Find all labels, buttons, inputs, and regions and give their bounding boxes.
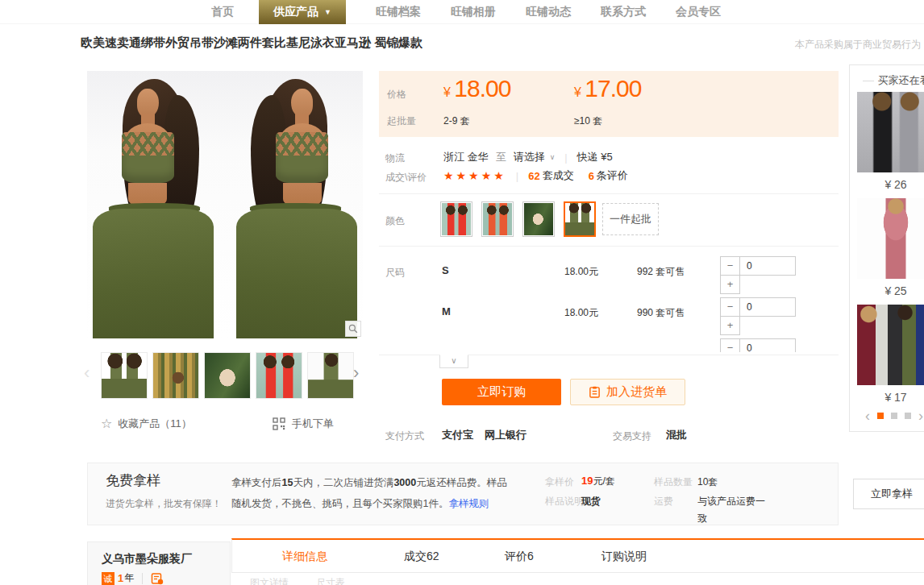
tab-detail-info[interactable]: 详细信息	[282, 550, 327, 564]
related-product-2-image[interactable]	[857, 198, 924, 279]
sidebar-title-text: 买家还在看	[878, 74, 924, 86]
detail-partial-text: 图文详情	[250, 576, 289, 585]
logistics-to: 至	[496, 150, 506, 164]
moq-tier2: ≥10 套	[574, 114, 602, 128]
qty-minus-button[interactable]: −	[720, 338, 740, 352]
pager-dot-active[interactable]	[877, 413, 884, 419]
divider: |	[564, 151, 567, 164]
review-count[interactable]: 6	[589, 170, 594, 182]
company-name[interactable]: 义乌市墨朵服装厂	[102, 552, 192, 566]
expand-sizes-button[interactable]: ∨	[439, 355, 468, 368]
sold-count[interactable]: 62	[528, 170, 539, 182]
add-to-cart-button[interactable]: 加入进货单	[570, 379, 685, 405]
qty-minus-button[interactable]: −	[720, 297, 740, 317]
swatch-image	[524, 203, 553, 235]
favorite-label[interactable]: 收藏产品（11）	[118, 417, 192, 431]
qty-input[interactable]: 0	[739, 297, 796, 317]
qty-input[interactable]: 0	[739, 338, 796, 352]
chevron-down-icon: ∨	[550, 153, 556, 161]
detail-tabs: 详细信息 成交62 评价6 订购说明	[231, 538, 924, 573]
qr-code-icon	[273, 417, 285, 430]
color-swatch-2[interactable]	[481, 201, 514, 237]
thumbnail-3[interactable]	[204, 352, 251, 399]
payment-alipay: 支付宝	[442, 428, 473, 442]
page-title: 欧美速卖通绑带外贸吊带沙滩两件套比基尼泳衣亚马逊 蜀锦爆款	[81, 35, 422, 51]
pager-prev-icon[interactable]: ‹	[865, 410, 870, 421]
sample-rules-link[interactable]: 拿样规则	[448, 498, 489, 509]
price-box: 价格 ¥ 18.00 ¥ 17.00 起批量 2-9 套 ≥10 套	[379, 71, 839, 137]
free-sample-panel: 免费拿样 进货先拿样，批发有保障！ 拿样支付后15天内，二次店铺进货满3000元…	[87, 463, 839, 525]
nav-item-member[interactable]: 会员专区	[676, 5, 721, 19]
qty-plus-button[interactable]: +	[720, 275, 740, 294]
pager-dot[interactable]	[891, 413, 897, 419]
size-row-m: M 18.00元 990 套可售 − 0 +	[442, 296, 839, 337]
thumbnail-1[interactable]	[101, 352, 148, 399]
logistics-value: 浙江 金华 至 请选择 ∨ | 快递 ¥5	[443, 150, 613, 164]
tab-reviews[interactable]: 评价6	[505, 550, 534, 564]
sample-title: 免费拿样	[106, 471, 160, 490]
thumbnail-2[interactable]	[152, 352, 199, 399]
certificate-icon	[151, 572, 164, 585]
tab-order-notes[interactable]: 订购说明	[601, 550, 647, 564]
get-sample-button[interactable]: 立即拿样	[853, 479, 924, 509]
nav-item-news[interactable]: 旺铺动态	[526, 5, 571, 19]
color-swatch-4-selected[interactable]	[564, 201, 596, 237]
price-tier1-value: 18.00	[454, 75, 510, 102]
integrity-badge: 诚	[102, 572, 114, 585]
favorite-star-icon[interactable]: ☆	[101, 416, 112, 431]
size-row-s: S 18.00元 992 套可售 − 0 +	[442, 255, 839, 296]
nav-item-album[interactable]: 旺铺相册	[451, 5, 496, 19]
also-viewed-sidebar: 买家还在看 ¥ 26 ¥ 25 ¥ 17 ‹ ›	[849, 64, 924, 432]
review-suffix: 条评价	[597, 168, 628, 183]
order-now-button[interactable]: 立即订购	[442, 379, 561, 405]
color-swatch-1[interactable]	[440, 201, 472, 237]
color-label: 颜色	[385, 214, 405, 228]
product-photo[interactable]	[87, 71, 363, 338]
nav-item-contact[interactable]: 联系方式	[601, 5, 646, 19]
qty-stepper: − 0 +	[720, 256, 796, 295]
divider: |	[516, 170, 518, 182]
destination-select[interactable]: 请选择	[514, 150, 545, 164]
currency-symbol: ¥	[443, 85, 451, 99]
swatch-image	[565, 203, 594, 235]
tab-deals[interactable]: 成交62	[404, 550, 439, 564]
payment-netbank: 网上银行	[485, 428, 527, 442]
thumbs-next-icon[interactable]: ›	[353, 364, 359, 382]
magnifier-icon[interactable]	[345, 321, 361, 337]
min-batch-badge: 一件起批	[602, 203, 659, 235]
divider	[379, 246, 839, 247]
qty-minus-button[interactable]: −	[720, 256, 740, 276]
moq-tier1: 2-9 套	[443, 114, 470, 128]
sample-description: 拿样支付后15天内，二次店铺进货满3000元返还样品费。样品 随机发货，不挑色、…	[231, 472, 547, 514]
thumbnail-4[interactable]	[256, 352, 302, 399]
sample-desc-text: 天内，二次店铺进货满	[293, 477, 393, 488]
nav-item-archive[interactable]: 旺铺档案	[376, 5, 421, 19]
size-price: 18.00元	[564, 306, 598, 320]
logistics-label: 物流	[385, 151, 405, 165]
pager-dot[interactable]	[905, 413, 911, 419]
qty-input[interactable]: 0	[739, 256, 796, 276]
detail-partial-text: 尺寸表	[316, 576, 345, 585]
thumbs-prev-icon[interactable]: ‹	[84, 364, 89, 382]
thumbnail-5[interactable]	[307, 352, 354, 399]
price-tier2: ¥ 17.00	[574, 75, 641, 102]
related-product-1-image[interactable]	[857, 92, 924, 172]
related-product-3-image[interactable]	[857, 305, 924, 385]
sample-price-label: 拿样价	[545, 475, 574, 489]
member-years-number: 1	[118, 572, 123, 584]
color-swatch-3[interactable]	[522, 201, 555, 237]
divider	[142, 573, 143, 584]
mobile-order[interactable]: 手机下单	[273, 417, 334, 431]
nav-item-products[interactable]: 供应产品 ▼	[259, 0, 346, 24]
pager-next-icon[interactable]: ›	[918, 410, 923, 421]
payment-label: 支付方式	[385, 429, 424, 443]
nav-item-home[interactable]: 首页	[211, 5, 234, 19]
sample-note-value: 现货	[581, 495, 601, 508]
price-tier1: ¥ 18.00	[443, 75, 510, 102]
related-product-2-price: ¥ 25	[857, 284, 924, 297]
member-years-suffix: 年	[124, 571, 134, 585]
gallery-actions: ☆ 收藏产品（11） 手机下单	[101, 416, 334, 431]
company-card: 义乌市墨朵服装厂 诚 1 年	[87, 541, 231, 585]
size-stock: 990 套可售	[637, 306, 685, 320]
qty-plus-button[interactable]: +	[720, 316, 740, 335]
